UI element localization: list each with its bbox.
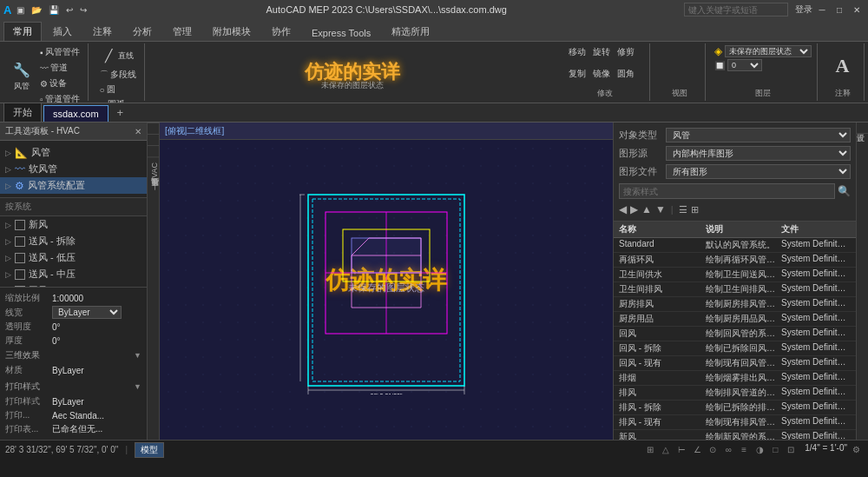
right-tab-settings[interactable]: 设置: [857, 123, 868, 134]
tab-ssdax[interactable]: ssdax.com: [43, 105, 108, 122]
selection-icon[interactable]: □: [768, 443, 782, 457]
shape-select[interactable]: 内部构件库图形: [666, 146, 851, 161]
table-row[interactable]: 排烟 绘制烟雾排出风管的系统。 System Definition: [614, 371, 856, 386]
table-row[interactable]: 再循环风 绘制再循环风管的系统。 System Definition: [614, 253, 856, 268]
btn-text[interactable]: A: [830, 54, 856, 78]
btn-copy[interactable]: 复制: [566, 67, 589, 81]
tab-featured[interactable]: 精选所用: [382, 22, 439, 41]
col-file[interactable]: 文件: [781, 223, 851, 235]
toolbar-undo[interactable]: ↩: [64, 5, 75, 15]
minimize-button[interactable]: ─: [814, 3, 830, 17]
polar-icon[interactable]: ∠: [690, 443, 704, 457]
tree-item-duct[interactable]: ▷ 📐 风管: [0, 144, 147, 161]
btn-move[interactable]: 移动: [566, 45, 589, 59]
view-label[interactable]: [俯视|二维线框]: [165, 125, 224, 137]
side-tab-area[interactable]: 区域: [148, 123, 159, 134]
layer-count-select[interactable]: 0: [727, 59, 762, 71]
transparency-icon[interactable]: ◑: [753, 443, 766, 457]
btn-circle[interactable]: ○圆: [97, 83, 118, 96]
nav-up-icon[interactable]: ▲: [641, 203, 652, 215]
settings-gear-icon[interactable]: ⚙: [849, 443, 863, 457]
table-row[interactable]: 厨房用品 绘制厨房用品风管的系统。 System Definition: [614, 312, 856, 327]
table-row[interactable]: 排风 绘制排风管道的系统。 System Definition: [614, 386, 856, 401]
table-row[interactable]: 回风 - 拆除 绘制已拆除回风管的系统。 System Definition: [614, 341, 856, 356]
model-btn[interactable]: 模型: [135, 442, 164, 458]
otrack-icon[interactable]: ∞: [721, 443, 735, 457]
tab-new[interactable]: +: [110, 103, 131, 122]
tab-manage[interactable]: 管理: [163, 22, 201, 41]
btn-mirror[interactable]: 镜像: [590, 67, 613, 81]
tree-item-config[interactable]: ▷ ⚙ 风管系统配置: [0, 177, 147, 194]
figure-select[interactable]: 所有图形: [666, 164, 851, 179]
sl-color-box: [15, 253, 25, 263]
btn-equipment[interactable]: ⚙ 设备: [37, 76, 82, 90]
nav-right-icon[interactable]: ▶: [630, 203, 638, 215]
tab-addon[interactable]: 附加模块: [203, 22, 260, 41]
table-row[interactable]: 新风 绘制新风管的系统。 System Definition: [614, 430, 856, 440]
grid-icon[interactable]: ⊞: [643, 443, 657, 457]
three-d-header[interactable]: 三维效果 ▼: [5, 348, 141, 363]
search-input[interactable]: [684, 3, 788, 17]
btn-fillet[interactable]: 圆角: [615, 67, 637, 81]
btn-flex-duct[interactable]: 〰 管道: [37, 61, 82, 75]
toolbar-redo[interactable]: ↪: [78, 5, 89, 15]
canvas-content[interactable]: 28' 3 31/32" 69' 5 7/32" 仿迹的实详 未保存的图层状态: [160, 140, 613, 440]
nav-down-icon[interactable]: ▼: [655, 203, 666, 215]
table-row[interactable]: 排风 - 现有 绘制现有排风管道的系统。 System Definition: [614, 415, 856, 430]
search-icon[interactable]: 🔍: [838, 185, 851, 197]
col-name[interactable]: 名称: [619, 223, 706, 235]
side-tab-mark[interactable]: 标记: [148, 145, 159, 156]
tab-collab[interactable]: 协作: [262, 22, 300, 41]
snap-icon[interactable]: △: [659, 443, 673, 457]
panel-close-icon[interactable]: ✕: [135, 127, 141, 136]
nav-left-icon[interactable]: ◀: [619, 203, 627, 215]
lineweight-select[interactable]: ByLayer: [52, 306, 122, 319]
side-tab-hvac[interactable]: 工具选项板 – HVAC: [148, 156, 159, 197]
osnap-icon[interactable]: ⊙: [706, 443, 720, 457]
table-row[interactable]: 回风 绘制回风管的系统。 System Definition: [614, 327, 856, 341]
toolbar-save[interactable]: 💾: [47, 5, 61, 15]
btn-duct[interactable]: 🔧 风管: [9, 57, 35, 94]
table-row[interactable]: 卫生间供水 绘制卫生间送风管的系统。 System Definition: [614, 268, 856, 282]
btn-arc[interactable]: ⌢圆弧: [97, 97, 128, 103]
table-row[interactable]: 卫生间排风 绘制卫生间排风管道的系统。 System Definition: [614, 282, 856, 297]
btn-duct-accessory[interactable]: ▪ 风管管件: [37, 45, 82, 59]
tree-item-flex[interactable]: ▷ 〰 软风管: [0, 161, 147, 177]
table-row[interactable]: Standard 默认的风管系统。 System Definition: [614, 238, 856, 253]
table-row[interactable]: 厨房排风 绘制厨房排风管的系统。 System Definition: [614, 297, 856, 312]
list-view-icon[interactable]: ☰: [679, 204, 687, 215]
close-button[interactable]: ✕: [849, 3, 865, 17]
btn-polyline[interactable]: ⌒多段线: [97, 68, 139, 82]
tab-express[interactable]: Express Tools: [302, 24, 380, 41]
btn-rotate[interactable]: 旋转: [590, 45, 613, 59]
annotation-icon[interactable]: ⊡: [784, 443, 798, 457]
btn-duct-fittings[interactable]: ▫ 管道管件: [37, 92, 82, 103]
tab-common[interactable]: 常用: [3, 22, 42, 41]
col-desc[interactable]: 说明: [706, 223, 781, 235]
btn-trim[interactable]: 修剪: [615, 45, 637, 59]
obj-type-select[interactable]: 风管: [666, 128, 851, 142]
layer-select[interactable]: 未保存的图层状态: [725, 45, 812, 57]
tree-item-supply-low[interactable]: ▷ 送风 - 低压: [0, 249, 147, 266]
nav-separator: |: [671, 204, 674, 215]
tab-start[interactable]: 开始: [3, 103, 42, 122]
print-style-header[interactable]: 打印样式 ▼: [5, 379, 141, 394]
tree-item-supply-mid[interactable]: ▷ 送风 - 中压: [0, 266, 147, 282]
tab-analyze[interactable]: 分析: [123, 22, 161, 41]
maximize-button[interactable]: □: [832, 3, 847, 17]
side-tab-annotate[interactable]: 注记: [148, 134, 159, 145]
tab-annotate[interactable]: 注释: [83, 22, 122, 41]
grid-view-icon[interactable]: ⊞: [691, 204, 699, 215]
btn-line[interactable]: ╱ 直线: [97, 45, 136, 66]
lineweight-icon[interactable]: ≡: [737, 443, 751, 457]
toolbar-icon[interactable]: ▣: [15, 5, 26, 15]
toolbar-open[interactable]: 📂: [30, 5, 43, 15]
style-search-input[interactable]: [619, 183, 835, 199]
tree-item-fresh[interactable]: ▷ 新风: [0, 216, 147, 233]
tab-insert[interactable]: 插入: [43, 22, 82, 41]
account-label[interactable]: 登录: [795, 3, 812, 16]
table-row[interactable]: 回风 - 现有 绘制现有回风管的系统。 System Definition: [614, 356, 856, 371]
ortho-icon[interactable]: ⊢: [674, 443, 688, 457]
table-row[interactable]: 排风 - 拆除 绘制已拆除的排风管的系统。 System Definition: [614, 401, 856, 415]
tree-item-supply-remove[interactable]: ▷ 送风 - 拆除: [0, 233, 147, 249]
